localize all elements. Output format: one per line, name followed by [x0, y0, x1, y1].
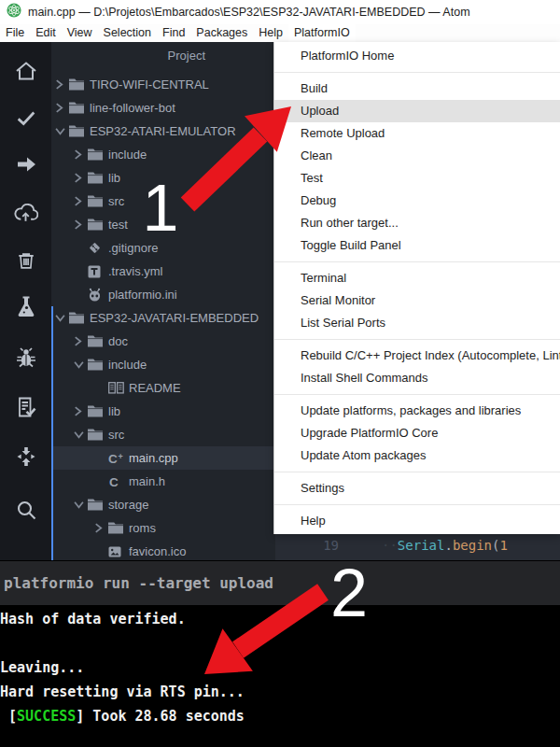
- menu-item-upload[interactable]: Upload: [274, 100, 560, 122]
- menu-item-test[interactable]: Test: [274, 167, 560, 190]
- menu-separator: [274, 472, 560, 472]
- chevron-right-icon[interactable]: [74, 336, 88, 346]
- tree-item-esp32-javatari-embedded[interactable]: ESP32-JAVATARI-EMBEDDED: [51, 306, 275, 330]
- chevron-down-icon[interactable]: [55, 314, 69, 322]
- menubar-item-view[interactable]: View: [62, 24, 98, 42]
- tree-item-label: include: [106, 148, 147, 162]
- tree-item-travis-yml[interactable]: .travis.yml: [51, 260, 275, 283]
- tree-item-favicon-ico[interactable]: favicon.ico: [51, 540, 275, 560]
- menu-separator: [274, 504, 560, 505]
- tree-item-src[interactable]: src: [51, 190, 275, 213]
- platformio-dropdown-menu: PlatformIO HomeBuildUploadRemote UploadC…: [273, 42, 560, 534]
- cloud-upload-icon[interactable]: [13, 200, 38, 225]
- tree-item-label: ESP32-JAVATARI-EMBEDDED: [88, 311, 259, 325]
- folder-icon: [69, 312, 88, 324]
- menu-item-list-serial-ports[interactable]: List Serial Ports: [274, 312, 560, 334]
- menu-item-settings[interactable]: Settings: [274, 477, 560, 500]
- tree-item-storage[interactable]: storage: [51, 493, 275, 516]
- chevron-right-icon[interactable]: [74, 173, 88, 183]
- chevron-right-icon[interactable]: [74, 219, 88, 230]
- chevron-right-icon[interactable]: [74, 196, 88, 206]
- tree-item-src[interactable]: src: [51, 423, 275, 446]
- tree-item-label: src: [106, 428, 124, 442]
- folder-icon: [69, 102, 88, 114]
- atom-logo-icon: [7, 3, 21, 21]
- tree-item-main-cpp[interactable]: C+main.cpp: [51, 446, 275, 470]
- tree-item-label: .gitignore: [106, 241, 158, 255]
- menu-item-platformio-home[interactable]: PlatformIO Home: [274, 45, 560, 67]
- flask-icon[interactable]: [13, 294, 38, 319]
- arrow-right-icon[interactable]: [13, 151, 38, 176]
- terminal-panel[interactable]: platformio run --target upload Hash of d…: [0, 560, 560, 747]
- menubar-item-find[interactable]: Find: [157, 24, 190, 42]
- tree-item-roms[interactable]: roms: [51, 516, 275, 540]
- menubar-item-platformio[interactable]: PlatformIO: [288, 24, 356, 42]
- chevron-down-icon[interactable]: [74, 430, 88, 439]
- tree-item-platformio-ini[interactable]: platformio.ini: [51, 283, 275, 306]
- tree-item-lib[interactable]: lib: [51, 166, 275, 190]
- tree-item-label: test: [106, 218, 128, 232]
- menu-item-update-atom-packages[interactable]: Update Atom packages: [274, 444, 560, 467]
- check-icon[interactable]: [13, 105, 38, 130]
- folder-icon: [69, 78, 88, 91]
- menu-item-run-other-target[interactable]: Run other target...: [274, 212, 560, 234]
- compress-icon[interactable]: [13, 444, 38, 469]
- chevron-down-icon[interactable]: [74, 500, 88, 509]
- menubar-item-edit[interactable]: Edit: [30, 24, 62, 42]
- menu-item-rebuild-c-c-project-index-autocomplete-linter[interactable]: Rebuild C/C++ Project Index (Autocomplet…: [274, 345, 560, 367]
- tree-item-readme[interactable]: README: [51, 376, 275, 400]
- terminal-line: Hard resetting via RTS pin...: [0, 680, 560, 704]
- tree-item-tiro-wifi-central[interactable]: TIRO-WIFI-CENTRAL: [51, 73, 275, 96]
- tree-item-gitignore[interactable]: .gitignore: [51, 236, 275, 260]
- menubar-item-selection[interactable]: Selection: [98, 24, 157, 42]
- chevron-right-icon[interactable]: [74, 406, 88, 416]
- tree-item-include[interactable]: include: [51, 353, 275, 376]
- chevron-down-icon[interactable]: [74, 360, 88, 369]
- terminal-command: platformio run --target upload: [0, 574, 273, 592]
- tree-item-line-follower-bot[interactable]: line-follower-bot: [51, 96, 275, 120]
- folder-icon: [88, 429, 106, 441]
- cpp-file-icon: C+: [108, 452, 127, 465]
- terminal-command-bar: platformio run --target upload: [0, 561, 560, 605]
- search-icon[interactable]: [13, 497, 38, 522]
- trash-icon[interactable]: [13, 247, 38, 273]
- chevron-right-icon[interactable]: [55, 79, 69, 90]
- chevron-right-icon[interactable]: [74, 149, 88, 160]
- tree-item-label: .travis.yml: [106, 264, 163, 278]
- menubar-item-packages[interactable]: Packages: [190, 24, 253, 42]
- active-project-indicator: [51, 306, 53, 560]
- menu-item-build[interactable]: Build: [274, 78, 560, 100]
- checklist-icon[interactable]: [13, 394, 38, 419]
- menubar-item-file[interactable]: File: [0, 24, 30, 42]
- book-icon: [108, 382, 127, 394]
- menu-item-serial-monitor[interactable]: Serial Monitor: [274, 289, 560, 312]
- menubar-item-help[interactable]: Help: [253, 24, 288, 42]
- folder-icon: [88, 405, 106, 417]
- tree-item-esp32-atari-emulator[interactable]: ESP32-ATARI-EMULATOR: [51, 120, 275, 143]
- tree-item-lib[interactable]: lib: [51, 400, 275, 423]
- bug-icon[interactable]: [13, 345, 38, 370]
- travis-icon: [88, 265, 106, 278]
- tree-item-test[interactable]: test: [51, 213, 275, 236]
- tree-item-main-h[interactable]: Cmain.h: [51, 470, 275, 493]
- menu-item-update-platforms-packages-and-libraries[interactable]: Update platforms, packages and libraries: [274, 400, 560, 422]
- folder-icon: [88, 499, 106, 511]
- home-icon[interactable]: [13, 58, 38, 83]
- menu-item-remote-upload[interactable]: Remote Upload: [274, 122, 560, 145]
- terminal-line: [SUCCESS] Took 28.68 seconds: [0, 704, 560, 728]
- tree-item-doc[interactable]: doc: [51, 330, 275, 353]
- menu-item-terminal[interactable]: Terminal: [274, 267, 560, 289]
- menu-item-toggle-build-panel[interactable]: Toggle Build Panel: [274, 234, 560, 257]
- chevron-right-icon[interactable]: [55, 103, 69, 113]
- tree-item-include[interactable]: include: [51, 143, 275, 166]
- menu-item-help[interactable]: Help: [274, 510, 560, 532]
- svg-text:C: C: [108, 452, 118, 465]
- menu-item-debug[interactable]: Debug: [274, 190, 560, 212]
- menu-item-clean[interactable]: Clean: [274, 145, 560, 167]
- menu-item-upgrade-platformio-core[interactable]: Upgrade PlatformIO Core: [274, 422, 560, 444]
- folder-icon: [69, 125, 88, 137]
- chevron-right-icon[interactable]: [94, 523, 108, 533]
- menu-separator: [274, 72, 560, 73]
- chevron-down-icon[interactable]: [55, 127, 69, 135]
- menu-item-install-shell-commands[interactable]: Install Shell Commands: [274, 367, 560, 389]
